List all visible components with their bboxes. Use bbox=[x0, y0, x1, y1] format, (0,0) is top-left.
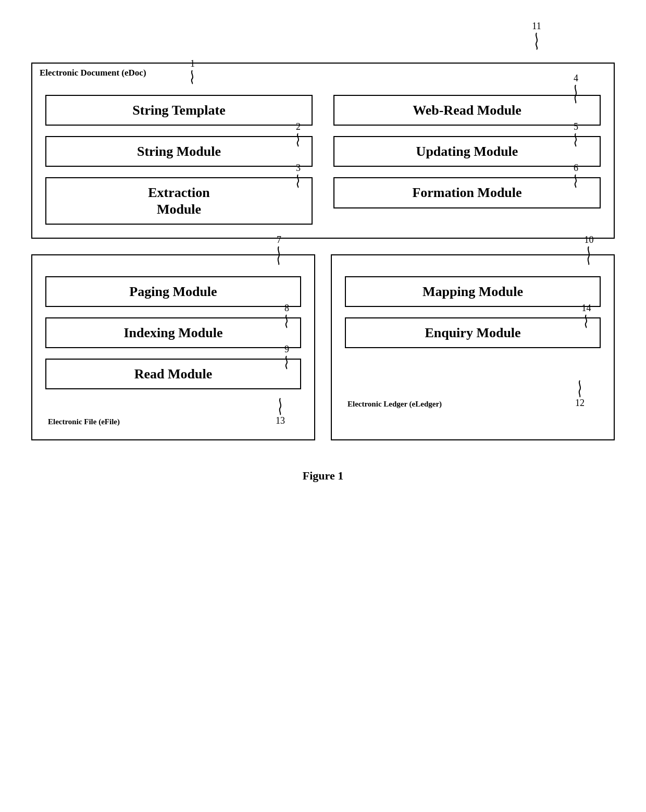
updating-module-box: Updating Module bbox=[333, 136, 601, 167]
efile-module-col: Paging Module 8 Indexing Module bbox=[45, 276, 301, 390]
ref-1: 1 bbox=[190, 58, 195, 69]
wavy-14 bbox=[577, 314, 595, 328]
paging-module-wrapper: Paging Module bbox=[45, 276, 301, 307]
ref-8-container: 8 bbox=[278, 303, 296, 328]
edoc-outer-box: Electronic Document (eDoc) 1 String Temp… bbox=[31, 63, 615, 239]
string-template-text: String Template bbox=[132, 103, 225, 118]
ref-12-container: 12 bbox=[569, 379, 590, 409]
wavy-4 bbox=[567, 84, 585, 104]
efile-bottom-area: Electronic File (eFile) 13 bbox=[45, 397, 301, 426]
extraction-module-box: ExtractionModule bbox=[45, 177, 313, 224]
webread-module-box: Web-Read Module bbox=[333, 95, 601, 126]
edoc-left-col: String Template 2 String Module bbox=[45, 95, 313, 225]
ref-1-container: 1 bbox=[183, 58, 202, 85]
ref-7-container: 7 bbox=[270, 235, 288, 265]
mapping-module-box: Mapping Module bbox=[345, 276, 601, 307]
formation-module-wrapper: 6 Formation Module bbox=[333, 177, 601, 208]
read-module-wrapper: 9 Read Module bbox=[45, 359, 301, 389]
string-module-box: String Module bbox=[45, 136, 313, 167]
ref-10: 10 bbox=[585, 235, 594, 245]
ref-2-container: 2 bbox=[289, 121, 307, 147]
paging-module-text: Paging Module bbox=[129, 284, 217, 299]
indexing-module-wrapper: 8 Indexing Module bbox=[45, 317, 301, 348]
ref-8: 8 bbox=[284, 303, 289, 314]
ref-9: 9 bbox=[284, 344, 289, 355]
diagram-wrapper: 11 Electronic Document (eDoc) 1 String T… bbox=[31, 21, 615, 483]
ref-2: 2 bbox=[296, 121, 301, 132]
edoc-grid: String Template 2 String Module bbox=[45, 95, 601, 225]
bottom-row: 7 Paging Module 8 bbox=[31, 254, 615, 441]
paging-module-box: Paging Module bbox=[45, 276, 301, 307]
enquiry-module-wrapper: 14 Enquiry Module bbox=[345, 317, 601, 348]
ref-4-container: 4 bbox=[567, 73, 585, 104]
ref-14-container: 14 bbox=[577, 303, 595, 328]
mapping-module-wrapper: Mapping Module bbox=[345, 276, 601, 307]
wavy-3 bbox=[289, 174, 307, 188]
string-template-wrapper: String Template bbox=[45, 95, 313, 126]
wavy-13 bbox=[270, 397, 291, 415]
wavy-6 bbox=[567, 174, 585, 188]
ref-14: 14 bbox=[582, 303, 591, 314]
wavy-7 bbox=[270, 245, 288, 265]
top-ref-area: 11 bbox=[31, 21, 615, 47]
figure-label: Figure 1 bbox=[303, 469, 343, 482]
wavy-9 bbox=[278, 355, 296, 370]
wavy-10 bbox=[580, 245, 598, 265]
ref-13: 13 bbox=[276, 415, 285, 426]
ref-6: 6 bbox=[574, 163, 578, 174]
ref-5: 5 bbox=[574, 121, 578, 132]
ref-6-container: 6 bbox=[567, 163, 585, 188]
wavy-8 bbox=[278, 314, 296, 328]
wavy-5 bbox=[567, 132, 585, 147]
eledger-module-col: Mapping Module 14 Enquiry Module bbox=[345, 276, 601, 348]
extraction-module-wrapper: 3 ExtractionModule bbox=[45, 177, 313, 224]
wavy-1 bbox=[183, 69, 202, 85]
ref-10-container: 10 bbox=[580, 235, 598, 265]
ref-5-container: 5 bbox=[567, 121, 585, 147]
ref-3: 3 bbox=[296, 163, 301, 174]
eledger-bottom-area: Electronic Ledger (eLedger) 12 bbox=[345, 379, 601, 409]
wavy-11 bbox=[526, 32, 547, 50]
updating-module-text: Updating Module bbox=[416, 144, 518, 159]
read-module-text: Read Module bbox=[134, 366, 213, 382]
read-module-box: Read Module bbox=[45, 359, 301, 389]
wavy-2 bbox=[289, 132, 307, 147]
string-module-text: String Module bbox=[137, 144, 221, 159]
eledger-label: Electronic Ledger (eLedger) bbox=[345, 400, 442, 409]
enquiry-module-box: Enquiry Module bbox=[345, 317, 601, 348]
edoc-right-col: 4 Web-Read Module 5 bbox=[333, 95, 601, 225]
ref-11-container: 11 bbox=[526, 21, 547, 50]
ref-11: 11 bbox=[532, 21, 541, 32]
string-module-wrapper: 2 String Module bbox=[45, 136, 313, 167]
ref-4: 4 bbox=[574, 73, 578, 84]
ref-13-container: 13 bbox=[270, 397, 291, 426]
webread-module-wrapper: 4 Web-Read Module bbox=[333, 95, 601, 126]
ref-9-container: 9 bbox=[278, 344, 296, 370]
efile-label: Electronic File (eFile) bbox=[45, 417, 120, 426]
enquiry-module-text: Enquiry Module bbox=[425, 325, 520, 340]
mapping-module-text: Mapping Module bbox=[423, 284, 523, 299]
eledger-outer-box: 10 Mapping Module 14 bbox=[331, 254, 615, 441]
ref-3-container: 3 bbox=[289, 163, 307, 188]
formation-module-box: Formation Module bbox=[333, 177, 601, 208]
wavy-12 bbox=[569, 379, 590, 398]
indexing-module-text: Indexing Module bbox=[124, 325, 223, 340]
indexing-module-box: Indexing Module bbox=[45, 317, 301, 348]
formation-module-text: Formation Module bbox=[412, 185, 521, 200]
webread-module-text: Web-Read Module bbox=[413, 103, 521, 118]
ref-12: 12 bbox=[575, 398, 585, 409]
efile-outer-box: 7 Paging Module 8 bbox=[31, 254, 315, 441]
string-template-box: String Template bbox=[45, 95, 313, 126]
edoc-label: Electronic Document (eDoc) bbox=[40, 68, 146, 78]
updating-module-wrapper: 5 Updating Module bbox=[333, 136, 601, 167]
extraction-module-text: ExtractionModule bbox=[148, 185, 209, 216]
ref-7: 7 bbox=[277, 235, 281, 245]
figure-label-area: Figure 1 bbox=[31, 469, 615, 483]
